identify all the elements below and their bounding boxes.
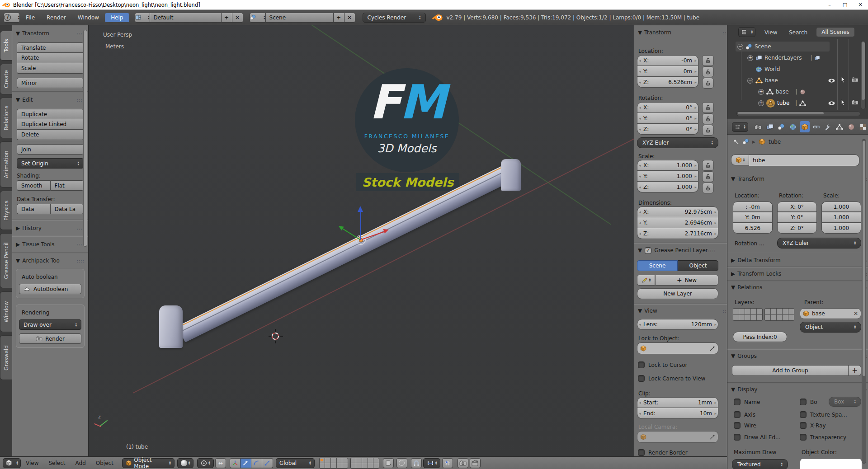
delete-button[interactable]: Delete (17, 130, 84, 140)
axis-checkbox[interactable] (734, 411, 741, 418)
tab-data[interactable] (835, 121, 845, 132)
menu-help[interactable]: Help (105, 13, 129, 22)
prop-location-y[interactable]: Y: 0m (733, 212, 773, 223)
layers-grid-a[interactable] (319, 458, 348, 469)
screen-layout-icon-button[interactable] (135, 13, 150, 23)
prop-rotation-z[interactable]: Z: 0° (777, 223, 817, 234)
screen-layout-field[interactable]: Default (150, 13, 222, 23)
outliner-row-tube[interactable]: tube | (758, 98, 806, 108)
lock-rotation-x-button[interactable] (702, 102, 714, 113)
gp-new-layer-button[interactable]: New Layer (637, 288, 718, 299)
layers-grid-b[interactable] (350, 458, 379, 469)
rotate-manipulator-button[interactable] (251, 458, 262, 468)
display-bounds-row[interactable]: Bo (800, 399, 817, 405)
add-scene-button[interactable]: + (334, 13, 344, 23)
panel-header-history[interactable]: ▶ History :::: (12, 224, 88, 233)
snap-target-button[interactable] (442, 458, 453, 468)
tab-world[interactable] (788, 121, 798, 132)
panel-header-groups[interactable]: ▼Groups :::: (727, 352, 868, 361)
scale-y-field[interactable]: Y:1.000 (637, 171, 698, 182)
outliner-vscrollbar[interactable] (861, 41, 866, 109)
duplicate-button[interactable]: Duplicate (17, 109, 84, 119)
lock-to-cursor-checkbox[interactable] (638, 361, 645, 368)
snap-toggle-button[interactable] (411, 458, 422, 468)
panel-header-transform[interactable]: ▼ Transform :::: (12, 29, 88, 38)
render-border-checkbox[interactable] (638, 449, 645, 456)
outliner-row-base[interactable]: base (747, 75, 778, 85)
neon-light-rail[interactable] (177, 161, 519, 342)
outliner-editor-type-button[interactable] (738, 27, 755, 37)
tab-window[interactable]: Window (0, 291, 12, 332)
location-x-field[interactable]: X:-0m (637, 55, 698, 66)
rotation-y-field[interactable]: Y:0° (637, 113, 698, 124)
lock-to-cursor-row[interactable]: Lock to Cursor (638, 361, 687, 368)
texture-space-checkbox[interactable] (800, 411, 807, 418)
gp-brush-button[interactable] (637, 275, 655, 286)
pass-index-field[interactable]: Pass Index:0 (733, 332, 787, 342)
display-xray-row[interactable]: X-Ray (800, 422, 826, 429)
gp-source-object-tab[interactable]: Object (678, 260, 718, 271)
lens-field[interactable]: Lens:120mm (637, 319, 718, 330)
bounds-type-dropdown[interactable]: Box (829, 397, 861, 407)
snap-element-dropdown[interactable] (423, 458, 441, 468)
lock-to-scene-button[interactable] (383, 458, 394, 468)
eyedropper-icon[interactable] (709, 346, 715, 352)
menu-file[interactable]: File (20, 12, 41, 23)
tab-relations[interactable]: Relations (0, 98, 12, 138)
gp-new-button[interactable]: +New (655, 275, 718, 286)
toolshelf-scrollbar[interactable] (83, 30, 87, 247)
panel-header-view[interactable]: ▼ View :::: (634, 306, 734, 315)
layers-grid-1[interactable] (733, 308, 763, 321)
object-color-swatch[interactable] (800, 458, 862, 469)
transform-orientation-dropdown[interactable]: Global (276, 458, 315, 468)
manipulator-toggle-button[interactable] (230, 458, 241, 468)
location-z-field[interactable]: Z:6.526cm (637, 77, 698, 88)
join-button[interactable]: Join (17, 144, 84, 155)
prop-location-z[interactable]: 6.526 (733, 223, 773, 234)
prop-rotation-x[interactable]: X: 0° (777, 202, 817, 212)
eyedropper-icon[interactable] (709, 434, 715, 440)
lock-scale-z-button[interactable] (702, 183, 714, 193)
dimension-x-field[interactable]: X:92.975cm (637, 206, 718, 217)
pivot-align-toggle[interactable]: ↔ (215, 458, 226, 468)
parent-field[interactable]: base ✕ (800, 308, 861, 319)
viewport-menu-add[interactable]: Add (71, 460, 91, 466)
prop-scale-x[interactable]: 1.000 (821, 202, 861, 212)
add-layout-button[interactable]: + (222, 13, 232, 23)
data-button[interactable]: Data (17, 204, 50, 214)
grease-pencil-checkbox[interactable] (645, 247, 651, 254)
xray-checkbox[interactable] (800, 422, 807, 429)
panel-header-transform-n[interactable]: ▼ Transform :::: (634, 28, 734, 37)
autoboolean-button[interactable]: AutoBoolean (19, 284, 81, 294)
viewport-menu-select[interactable]: Select (43, 460, 70, 466)
lock-scale-y-button[interactable] (702, 171, 714, 182)
menu-render[interactable]: Render (41, 12, 72, 23)
lock-location-y-button[interactable] (702, 66, 714, 77)
neon-light-left-cap[interactable] (159, 305, 183, 348)
panel-header-grease-pencil[interactable]: ▼ Grease Pencil Layer :::: (634, 246, 734, 255)
prop-rotation-mode-dropdown[interactable]: XYZ Euler (777, 238, 861, 249)
tab-modifiers[interactable] (823, 121, 833, 132)
lock-location-x-button[interactable] (702, 55, 714, 66)
tab-material[interactable] (846, 121, 857, 132)
pivot-point-dropdown[interactable] (197, 458, 214, 468)
tab-physics[interactable]: Physics (0, 191, 12, 230)
panel-header-transform-locks[interactable]: ▶Transform Locks :::: (727, 269, 868, 278)
selectability-cursor-icon[interactable] (840, 99, 845, 106)
clip-start-field[interactable]: Start:1mm (637, 397, 718, 408)
outliner-row-scene[interactable]: Scene (736, 42, 830, 52)
expand-toggle-icon[interactable] (758, 89, 764, 95)
render-button[interactable]: Render (19, 333, 81, 344)
viewport-3d[interactable]: FM FRANCESCO MILANESE 3D Models Stock Mo… (89, 25, 727, 456)
opengl-render-anim-button[interactable] (470, 458, 481, 468)
lock-camera-row[interactable]: Lock Camera to View (638, 375, 705, 382)
renderability-camera-icon[interactable] (851, 77, 859, 82)
transparency-checkbox[interactable] (800, 434, 807, 441)
rotation-mode-dropdown[interactable]: XYZ Euler (637, 137, 718, 148)
minimize-button[interactable]: – (822, 0, 837, 9)
outliner-row-renderlayers[interactable]: RenderLayers | (747, 53, 820, 63)
outliner-row-base-child[interactable]: base | (758, 87, 806, 97)
set-origin-dropdown[interactable]: Set Origin (17, 158, 84, 169)
viewport-menu-object[interactable]: Object (91, 460, 118, 466)
render-border-row[interactable]: Render Border (638, 449, 688, 456)
